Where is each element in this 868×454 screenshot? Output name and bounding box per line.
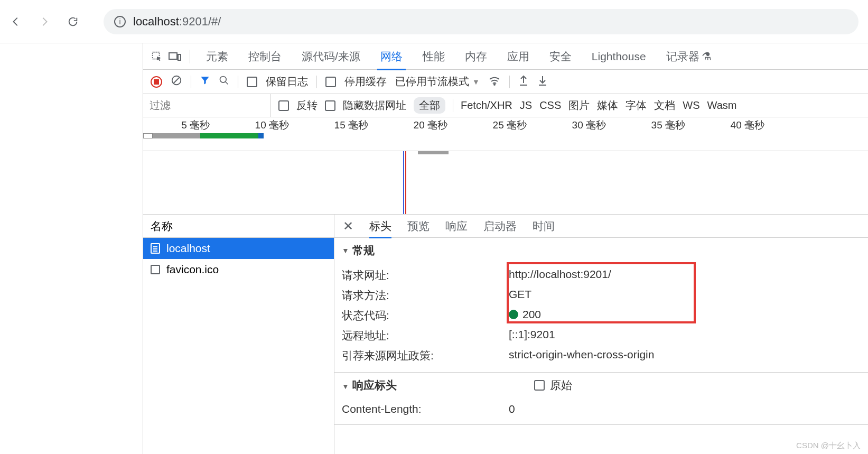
tab-recorder[interactable]: 记录器 ⚗ (659, 43, 719, 70)
back-button[interactable] (10, 15, 22, 28)
response-headers-header[interactable]: ▼ 响应标头 原始 (334, 373, 868, 398)
triangle-down-icon: ▼ (342, 246, 349, 255)
preserve-log-label: 保留日志 (266, 75, 308, 89)
label-request-method: 请求方法: (342, 288, 509, 303)
address-bar[interactable]: i localhost:9201/#/ (104, 9, 858, 34)
record-button[interactable] (151, 76, 162, 88)
request-mark (418, 151, 449, 154)
download-icon[interactable] (537, 75, 548, 89)
devtools-panel: 元素 控制台 源代码/来源 网络 性能 内存 应用 安全 Lighthouse … (143, 43, 868, 454)
device-icon[interactable] (169, 50, 181, 63)
filter-ws[interactable]: WS (683, 99, 699, 112)
label-request-url: 请求网址: (342, 268, 509, 283)
svg-point-4 (220, 77, 227, 83)
tick-label: 30 毫秒 (572, 118, 606, 132)
general-header[interactable]: ▼常规 (334, 238, 868, 263)
label-referrer-policy: 引荐来源网址政策: (342, 348, 509, 363)
detail-tab-response[interactable]: 响应 (445, 215, 468, 238)
url-text: localhost:9201/#/ (133, 15, 221, 29)
tab-lighthouse[interactable]: Lighthouse (584, 43, 654, 70)
general-table: 请求网址:http://localhost:9201/ 请求方法:GET 状态代… (334, 263, 868, 372)
detail-tabs: ✕ 标头 预览 响应 启动器 时间 (334, 215, 868, 238)
triangle-down-icon: ▼ (342, 382, 349, 391)
tick-label: 40 毫秒 (731, 118, 764, 132)
chevron-down-icon: ▼ (472, 78, 480, 86)
network-toolbar: 保留日志 停用缓存 已停用节流模式▼ (143, 70, 868, 94)
disable-cache-label: 停用缓存 (344, 75, 387, 89)
label-content-length: Content-Length: (342, 403, 509, 415)
clear-button[interactable] (171, 75, 182, 89)
inspect-icon[interactable] (151, 50, 163, 63)
value-remote-addr: [::1]:9201 (509, 328, 861, 343)
filter-fetchxhr[interactable]: Fetch/XHR (461, 99, 512, 112)
hide-dataurl-checkbox[interactable] (325, 100, 335, 111)
raw-checkbox[interactable] (534, 380, 545, 391)
tab-performance[interactable]: 性能 (415, 43, 452, 70)
wifi-icon[interactable] (488, 75, 501, 88)
name-column-header[interactable]: 名称 (143, 215, 334, 238)
detail-tab-headers[interactable]: 标头 (369, 215, 391, 238)
tick-label: 5 毫秒 (181, 118, 210, 132)
detail-tab-preview[interactable]: 预览 (407, 215, 430, 238)
filter-wasm[interactable]: Wasm (707, 99, 737, 112)
label-remote-addr: 远程地址: (342, 328, 509, 343)
invert-checkbox[interactable] (278, 100, 289, 111)
label-status-code: 状态代码: (342, 308, 509, 323)
timeline-overview[interactable]: 5 毫秒 10 毫秒 15 毫秒 20 毫秒 25 毫秒 30 毫秒 35 毫秒… (143, 117, 868, 151)
filter-input[interactable] (143, 94, 271, 117)
load-line (405, 151, 406, 214)
filter-icon[interactable] (200, 75, 210, 88)
filter-js[interactable]: JS (520, 99, 532, 112)
filter-bar: 反转 隐藏数据网址 全部 Fetch/XHR JS CSS 图片 媒体 字体 文… (143, 94, 868, 117)
tab-console[interactable]: 控制台 (241, 43, 289, 70)
watermark: CSDN @十幺卜入 (796, 441, 861, 451)
close-icon[interactable]: ✕ (343, 219, 353, 234)
document-icon (151, 243, 160, 254)
detail-tab-initiator[interactable]: 启动器 (483, 215, 517, 238)
value-request-method: GET (509, 288, 861, 303)
nav-buttons (10, 15, 79, 28)
value-content-length: 0 (509, 403, 861, 415)
reload-button[interactable] (67, 15, 79, 28)
tick-label: 15 毫秒 (334, 118, 368, 132)
tab-elements[interactable]: 元素 (199, 43, 236, 70)
network-panels: 名称 localhost favicon.ico ✕ 标头 预览 响应 启动器 … (143, 215, 868, 454)
value-request-url: http://localhost:9201/ (509, 268, 861, 283)
detail-tab-timing[interactable]: 时间 (533, 215, 555, 238)
raw-toggle[interactable]: 原始 (534, 378, 572, 393)
tick-label: 20 毫秒 (414, 118, 447, 132)
domcontent-line (403, 151, 404, 214)
tab-sources[interactable]: 源代码/来源 (294, 43, 368, 70)
tick-label: 35 毫秒 (651, 118, 685, 132)
tab-memory[interactable]: 内存 (458, 43, 494, 70)
preserve-log-checkbox[interactable] (247, 77, 257, 87)
upload-icon[interactable] (518, 75, 529, 89)
request-row-favicon[interactable]: favicon.ico (143, 259, 334, 280)
filter-media[interactable]: 媒体 (597, 98, 618, 113)
tick-label: 25 毫秒 (493, 118, 527, 132)
filter-font[interactable]: 字体 (626, 98, 647, 113)
request-name: localhost (166, 242, 210, 255)
timeline-tracks[interactable] (143, 151, 868, 215)
hide-dataurl-label: 隐藏数据网址 (343, 98, 406, 113)
disable-cache-checkbox[interactable] (325, 77, 336, 87)
response-headers-section: ▼ 响应标头 原始 Content-Length:0 (334, 373, 868, 425)
request-row-localhost[interactable]: localhost (143, 238, 334, 259)
value-referrer-policy: strict-origin-when-cross-origin (509, 348, 861, 363)
tab-security[interactable]: 安全 (542, 43, 579, 70)
browser-toolbar: i localhost:9201/#/ (0, 0, 868, 43)
timeline-bar (143, 133, 264, 138)
site-info-icon[interactable]: i (114, 16, 126, 27)
throttling-select[interactable]: 已停用节流模式▼ (395, 75, 480, 89)
tab-network[interactable]: 网络 (373, 43, 410, 70)
svg-point-5 (494, 84, 495, 85)
filter-all[interactable]: 全部 (414, 97, 445, 114)
invert-label: 反转 (296, 98, 318, 113)
forward-button[interactable] (38, 15, 51, 28)
filter-img[interactable]: 图片 (568, 98, 590, 113)
search-icon[interactable] (219, 75, 229, 88)
filter-doc[interactable]: 文档 (654, 98, 675, 113)
filter-css[interactable]: CSS (539, 99, 561, 112)
tab-application[interactable]: 应用 (500, 43, 537, 70)
status-dot-icon (509, 310, 518, 319)
